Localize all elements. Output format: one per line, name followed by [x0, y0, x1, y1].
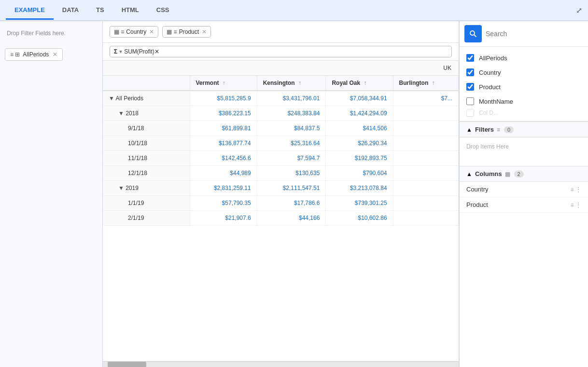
checkbox-all-periods-label: AllPeriods — [479, 54, 507, 62]
checkbox-country-input[interactable] — [466, 68, 474, 76]
sum-chip-close-icon[interactable]: ✕ — [154, 48, 159, 55]
tab-html[interactable]: HTML — [113, 1, 148, 20]
checkbox-product[interactable]: Product — [460, 80, 588, 94]
all-periods-label: AllPeriods — [23, 51, 49, 58]
sum-label: SUM(Profit) — [124, 48, 154, 55]
cell-9_1_18-kensington: $84,837.5 — [257, 121, 326, 136]
column-item-product[interactable]: Product ≡ ⋮ — [460, 197, 588, 213]
product-chip-icon: ▦ ≡ — [167, 28, 177, 35]
table-area[interactable]: UK Vermont ↑ Kensington ↑ Roya — [103, 61, 459, 361]
checkbox-all-periods-input[interactable] — [466, 54, 474, 62]
burlington-header[interactable]: Burlington ↑ — [393, 76, 458, 91]
cell-12_1_18-burlington — [393, 166, 458, 181]
row-label-2018: ▼ 2018 — [103, 106, 190, 121]
cell-12_1_18-royal_oak: $790,604 — [326, 166, 393, 181]
svg-line-1 — [474, 35, 476, 37]
table-row: 11/1/18$142,456.6$7,594.7$192,893.75 — [103, 151, 459, 166]
cell-all_periods-kensington: $3,431,796.01 — [257, 91, 326, 106]
tab-ts[interactable]: TS — [87, 1, 113, 20]
table-row: 9/1/18$61,899.81$84,837.5$414,506 — [103, 121, 459, 136]
cell-1_1_19-royal_oak: $739,301.25 — [326, 196, 393, 211]
row-header — [103, 76, 190, 91]
cell-2018-burlington — [393, 106, 458, 121]
cell-9_1_18-vermont: $61,899.81 — [190, 121, 257, 136]
checkbox-country[interactable]: Country — [460, 65, 588, 80]
country-chip[interactable]: ▦ ≡ Country ✕ — [110, 26, 158, 38]
columns-badge: 2 — [514, 171, 524, 177]
cell-11_1_18-vermont: $142,456.6 — [190, 151, 257, 166]
checkbox-list: AllPeriods Country Product MonthName Col… — [460, 47, 588, 122]
right-panel: AllPeriods Country Product MonthName Col… — [459, 21, 588, 367]
column-country-icons: ≡ ⋮ — [571, 186, 581, 193]
row-label-9_1_18: 9/1/18 — [103, 121, 190, 136]
country-chip-close-icon[interactable]: ✕ — [149, 28, 154, 35]
row-label-2019: ▼ 2019 — [103, 181, 190, 196]
cell-11_1_18-burlington — [393, 151, 458, 166]
top-nav: EXAMPLE DATA TS HTML CSS ⤢ — [0, 0, 588, 21]
sum-filter-row: Σ ▾ SUM(Profit) ✕ — [103, 43, 459, 61]
table-row: 10/1/18$136,877.74$25,316.64$26,290.34 — [103, 136, 459, 151]
tab-css[interactable]: CSS — [148, 1, 178, 20]
column-item-country[interactable]: Country ≡ ⋮ — [460, 182, 588, 197]
column-country-label: Country — [466, 186, 571, 193]
tab-example[interactable]: EXAMPLE — [6, 1, 54, 20]
row-label-2_1_19: 2/1/19 — [103, 211, 190, 226]
checkbox-month-name[interactable]: MonthName — [460, 94, 588, 109]
country-chip-icon: ▦ ≡ — [114, 28, 124, 35]
all-periods-badge[interactable]: ≡ ⊞ AllPeriods ✕ — [5, 48, 63, 61]
product-chip[interactable]: ▦ ≡ Product ✕ — [162, 26, 211, 38]
filters-icon: ≡ — [497, 126, 500, 133]
cell-1_1_19-kensington: $17,786.6 — [257, 196, 326, 211]
cell-10_1_18-vermont: $136,877.74 — [190, 136, 257, 151]
checkbox-all-periods[interactable]: AllPeriods — [460, 51, 588, 65]
row-label-11_1_18: 11/1/18 — [103, 151, 190, 166]
uk-label: UK — [103, 61, 459, 76]
cell-2019-kensington: $2,111,547.51 — [257, 181, 326, 196]
filters-title: Filters — [475, 126, 494, 133]
product-chip-close-icon[interactable]: ✕ — [202, 28, 207, 35]
filters-chevron-icon: ▲ — [466, 126, 472, 133]
lines-icon: ≡ ⊞ — [10, 51, 20, 58]
columns-icon: ▦ — [505, 171, 510, 177]
table-row: ▼ 2019$2,831,259.11$2,111,547.51$3,213,0… — [103, 181, 459, 196]
cell-12_1_18-kensington: $130,635 — [257, 166, 326, 181]
filters-section-header[interactable]: ▲ Filters ≡ 0 — [460, 122, 588, 137]
row-label-12_1_18: 12/1/18 — [103, 166, 190, 181]
vermont-header[interactable]: Vermont ↑ — [190, 76, 257, 91]
row-label-1_1_19: 1/1/19 — [103, 196, 190, 211]
columns-section-header[interactable]: ▲ Columns ▦ 2 — [460, 166, 588, 182]
sigma-icon: Σ — [114, 48, 117, 55]
center-content: ▦ ≡ Country ✕ ▦ ≡ Product ✕ Σ ▾ SUM(Prof… — [103, 21, 459, 367]
columns-title: Columns — [475, 170, 502, 177]
search-input[interactable] — [486, 28, 583, 40]
royal-oak-header[interactable]: Royal Oak ↑ — [326, 76, 393, 91]
product-chip-label: Product — [179, 28, 199, 35]
kensington-sort-icon: ↑ — [298, 80, 301, 86]
expand-icon[interactable]: ⤢ — [576, 6, 582, 15]
checkbox-month-name-input[interactable] — [466, 97, 474, 105]
checkbox-product-input[interactable] — [466, 83, 474, 91]
cell-2_1_19-royal_oak: $10,602.86 — [326, 211, 393, 226]
bottom-scroll-thumb[interactable] — [108, 362, 146, 367]
table-row: 1/1/19$57,790.35$17,786.6$739,301.25 — [103, 196, 459, 211]
close-all-periods-icon[interactable]: ✕ — [53, 51, 57, 58]
table-row: ▼ 2018$386,223.15$248,383.84$1,424,294.0… — [103, 106, 459, 121]
partial-checkbox-input[interactable] — [466, 109, 474, 117]
vermont-sort-icon: ↑ — [223, 80, 225, 86]
cell-2019-royal_oak: $3,213,078.84 — [326, 181, 393, 196]
cell-11_1_18-royal_oak: $192,893.75 — [326, 151, 393, 166]
partial-checkbox-item: Col D... — [460, 109, 588, 117]
left-sidebar: Drop Filter Fields here. ≡ ⊞ AllPeriods … — [0, 21, 103, 367]
kensington-header[interactable]: Kensington ↑ — [257, 76, 326, 91]
cell-2018-royal_oak: $1,424,294.09 — [326, 106, 393, 121]
column-product-label: Product — [466, 201, 571, 208]
row-label-all_periods: ▼ All Periods — [103, 91, 190, 106]
search-icon — [469, 30, 477, 38]
sum-chip[interactable]: Σ ▾ SUM(Profit) ✕ — [110, 46, 452, 57]
table-row: ▼ All Periods$5,815,285.9$3,431,796.01$7… — [103, 91, 459, 106]
tab-data[interactable]: DATA — [54, 1, 87, 20]
cell-2_1_19-kensington: $44,166 — [257, 211, 326, 226]
search-icon-button[interactable] — [464, 25, 482, 42]
bottom-scrollbar[interactable] — [103, 361, 459, 367]
cell-all_periods-vermont: $5,815,285.9 — [190, 91, 257, 106]
